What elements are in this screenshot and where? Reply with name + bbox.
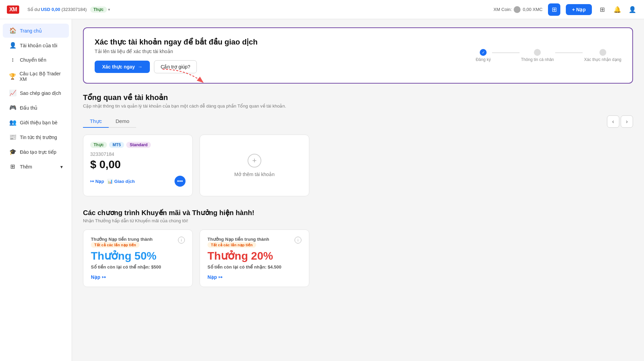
promo-card-20-top: Thưởng Nạp tiền trung thành Tất cả các l…: [207, 237, 301, 247]
bell-icon[interactable]: 🔔: [612, 5, 622, 14]
promo-remain-1: Số tiền còn lại có thể nhận: $500: [91, 264, 185, 270]
tag-thuc: Thực: [90, 142, 107, 148]
step-line-2: [555, 52, 583, 53]
more-label: Thêm: [20, 164, 32, 170]
topbar: XM Số dư USD 0,00 (323307184) Thực ▾ XM …: [0, 0, 644, 19]
add-account-icon: +: [248, 154, 261, 167]
main-content: Xác thực tài khoản ngay để bắt đầu giao …: [72, 19, 644, 361]
more-grid-icon: ⊞: [9, 163, 16, 170]
balance-label: Số dư: [27, 7, 40, 12]
apps-button[interactable]: ⊞: [548, 3, 560, 16]
nav-arrows: ‹ ›: [607, 115, 633, 128]
info-icon-1[interactable]: i: [178, 237, 185, 244]
card-actions: ↦ Nạp 📊 Giao dịch •••: [90, 176, 186, 187]
more-chevron-icon: ▾: [60, 164, 63, 170]
tag-standard: Standard: [126, 142, 151, 148]
card-tags: Thực MT5 Standard: [90, 142, 186, 148]
sidebar-item-label: Tin tức thị trường: [20, 135, 57, 140]
step-label-1: Đăng ký: [476, 57, 491, 62]
help-button[interactable]: Cần trợ giúp?: [154, 60, 196, 73]
nap-button-label: + Nạp: [572, 7, 586, 12]
nap-promo-arrow-1: ↦: [102, 274, 106, 280]
sidebar-item-label: Đấu thủ: [20, 105, 37, 111]
promo-type-label-2: Thưởng Nạp tiền trung thành: [207, 237, 269, 242]
nap-promo-button-2[interactable]: Nạp ↦: [207, 274, 223, 280]
nap-promo-button-1[interactable]: Nạp ↦: [91, 274, 106, 280]
main-layout: 🏠 Trang chủ 👤 Tài khoản của tôi ↕ Chuyển…: [0, 19, 644, 361]
verify-button[interactable]: Xác thực ngay →: [95, 61, 150, 73]
promo-remain-2: Số tiền còn lại có thể nhận: $4.500: [207, 264, 301, 270]
verify-subtitle: Tải lên tài liệu để xác thực tài khoản: [95, 49, 467, 54]
step-label-2: Thông tin cá nhân: [521, 57, 554, 62]
tabs-row: Thực Demo ‹ ›: [83, 115, 633, 135]
sidebar-item-tin-tuc[interactable]: 📰 Tin tức thị trường: [3, 130, 69, 144]
step-dot-3: [599, 49, 606, 56]
promo-remain-label-1: Số tiền còn lại có thể nhận:: [91, 264, 150, 270]
verify-banner: Xác thực tài khoản ngay để bắt đầu giao …: [83, 27, 633, 84]
logo-text: XM: [7, 5, 19, 14]
promo-card-50-top: Thưởng Nạp tiền trung thành Tất cả các l…: [91, 237, 185, 247]
nap-action-label: Nạp: [95, 179, 104, 184]
sidebar-item-dau-thu[interactable]: 🎮 Đấu thủ: [3, 101, 69, 115]
prev-arrow-button[interactable]: ‹: [607, 115, 619, 128]
step-dang-ky: ✓ Đăng ký: [476, 49, 491, 62]
account-overview-title: Tổng quan về tài khoản: [83, 93, 633, 102]
verify-actions: Xác thực ngay → Cần trợ giúp?: [95, 60, 467, 73]
promo-badge-2: Tất cả các lần nạp tiền: [207, 242, 256, 248]
sidebar-item-them[interactable]: ⊞ Thêm ▾: [3, 160, 69, 174]
promo-remain-amount-2: $4.500: [268, 264, 282, 270]
home-icon: 🏠: [9, 27, 16, 34]
account-overview-sub: Cập nhật thông tin và quản lý tài khoản …: [83, 103, 633, 109]
next-arrow-button[interactable]: ›: [621, 115, 633, 128]
step-dot-2: [534, 49, 541, 56]
promo-remain-label-2: Số tiền còn lại có thể nhận:: [207, 264, 266, 270]
sidebar-item-club[interactable]: 🏆 Câu Lạc Bộ Trader XM: [3, 67, 69, 85]
refer-icon: 👥: [9, 119, 16, 126]
sidebar-item-chuyen-tien[interactable]: ↕ Chuyển tiền: [3, 53, 69, 67]
step-xac-thuc: Xác thực nhận dạng: [584, 49, 621, 62]
transfer-icon: ↕: [9, 57, 16, 63]
sidebar-item-copy-trade[interactable]: 📈 Sao chép giao dịch: [3, 86, 69, 100]
giao-dich-label: Giao dịch: [114, 179, 135, 184]
news-icon: 📰: [9, 134, 16, 141]
more-action-button[interactable]: •••: [175, 176, 186, 187]
sidebar-item-label: Sao chép giao dịch: [20, 90, 61, 96]
user-icon[interactable]: 👤: [628, 5, 637, 14]
giao-dich-icon: 📊: [107, 179, 113, 184]
tab-demo-label: Demo: [116, 118, 129, 124]
nap-button[interactable]: + Nạp: [566, 4, 592, 15]
promo-card-50: Thưởng Nạp tiền trung thành Tất cả các l…: [83, 229, 193, 287]
coin-icon: [514, 6, 521, 13]
promo-bonus-50: Thưởng 50%: [91, 249, 185, 262]
sidebar-item-label: Tài khoản của tôi: [20, 43, 57, 48]
verify-button-label: Xác thực ngay: [102, 64, 135, 70]
giao-dich-action-button[interactable]: 📊 Giao dịch: [107, 179, 135, 184]
verify-content: Xác thực tài khoản ngay để bắt đầu giao …: [95, 38, 467, 73]
tab-demo[interactable]: Demo: [109, 115, 136, 128]
club-icon: 🏆: [9, 73, 16, 80]
verify-title: Xác thực tài khoản ngay để bắt đầu giao …: [95, 38, 467, 47]
sidebar-item-trang-chu[interactable]: 🏠 Trang chủ: [3, 24, 69, 38]
verify-arrow-icon: →: [138, 64, 142, 70]
status-badge: Thực: [90, 7, 107, 13]
card-account-number: 323307184: [90, 151, 186, 157]
sidebar-item-gioi-thieu[interactable]: 👥 Giới thiệu bạn bè: [3, 115, 69, 129]
sidebar-item-tai-khoan[interactable]: 👤 Tài khoản của tôi: [3, 38, 69, 52]
card-balance: $ 0,00: [90, 158, 186, 171]
balance-dropdown-arrow[interactable]: ▾: [108, 7, 110, 12]
account-icon: 👤: [9, 42, 16, 49]
account-overview-section: Tổng quan về tài khoản Cập nhật thông ti…: [83, 93, 633, 196]
sidebar-item-dao-tao[interactable]: 🎓 Đào tạo trực tiếp: [3, 145, 69, 159]
account-cards: Thực MT5 Standard 323307184 $ 0,00 ↦ Nạp: [83, 135, 633, 196]
grid-icon[interactable]: ⊞: [597, 5, 607, 14]
verify-steps: ✓ Đăng ký Thông tin cá nhân Xác thực nhậ…: [476, 49, 621, 62]
nap-action-button[interactable]: ↦ Nạp: [90, 179, 104, 184]
info-icon-2[interactable]: i: [295, 237, 301, 244]
promo-sub: Nhận Thưởng hấp dẫn từ Khuyến mãi của ch…: [83, 218, 633, 223]
tab-thuc[interactable]: Thực: [83, 115, 109, 128]
step-line-1: [492, 52, 520, 53]
game-icon: 🎮: [9, 104, 16, 111]
step-dot-1: ✓: [480, 49, 487, 56]
add-account-card[interactable]: + Mở thêm tài khoản: [200, 135, 309, 196]
account-tabs: Thực Demo: [83, 115, 136, 128]
